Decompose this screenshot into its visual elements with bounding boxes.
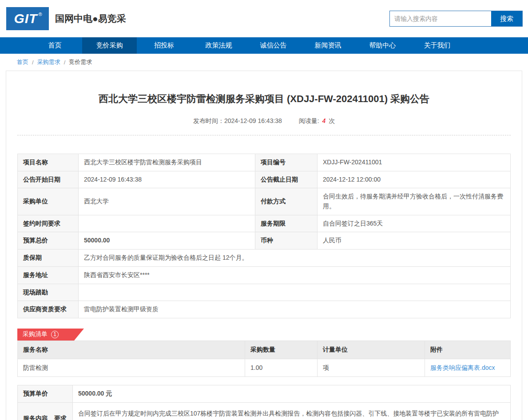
field-value: 合同签订后在甲方规定时间内完成三校区107栋楼宇防雷装置检测并出具检测报告，检测… (73, 402, 511, 420)
breadcrumb-home[interactable]: 首页 (17, 58, 28, 66)
nav-item-news[interactable]: 新闻资讯 (301, 37, 355, 54)
breadcrumb-separator: / (32, 59, 34, 66)
column-header: 计量单位 (318, 341, 425, 359)
nav-item-policy[interactable]: 政策法规 (191, 37, 246, 54)
column-header: 附件 (425, 341, 511, 359)
search-button[interactable]: 搜索 (491, 11, 522, 26)
field-label: 项目编号 (255, 154, 318, 171)
views-label: 阅读量: (299, 117, 319, 124)
attachment-link[interactable]: 服务类响应偏离表.docx (430, 364, 495, 371)
site-name: 国网中电●易竞采 (55, 12, 389, 25)
breadcrumb: 首页 / 采购需求 / 竞价需求 (0, 54, 528, 71)
attachment-cell: 服务类响应偏离表.docx (425, 359, 511, 377)
field-value (79, 284, 511, 301)
purchase-list-tag: 采购清单 1 (17, 329, 84, 341)
field-label: 供应商资质要求 (18, 301, 79, 318)
purchase-list-table: 服务名称 采购数量 计量单位 附件 防雷检测 1.00 项 服务类响应偏离表.d… (17, 341, 511, 377)
nav-item-tender[interactable]: 招投标 (137, 37, 191, 54)
table-row: 项目名称 西北大学三校区楼宇防雷检测服务采购项目 项目编号 XDJJ-FW-20… (18, 154, 511, 171)
table-row: 签约时间要求 服务期限 自合同签订之日365天 (18, 215, 511, 232)
field-label: 付款方式 (255, 188, 318, 215)
announcement-card: 西北大学三校区楼宇防雷检测服务采购项目 (XDJJ-FW-202411001) … (6, 71, 522, 420)
project-info-table: 项目名称 西北大学三校区楼宇防雷检测服务采购项目 项目编号 XDJJ-FW-20… (17, 154, 511, 318)
field-value: XDJJ-FW-202411001 (318, 154, 511, 171)
field-label: 服务期限 (255, 215, 318, 232)
table-row: 预算单价 50000.00 元 (18, 385, 511, 403)
field-label: 项目名称 (18, 154, 79, 171)
search-bar: 搜索 (389, 11, 523, 27)
field-label: 签约时间要求 (18, 215, 79, 232)
field-label: 币种 (255, 232, 318, 250)
field-value: 陕西省西安市长安区**** (79, 266, 511, 284)
site-header: GIT ® 国网中电●易竞采 搜索 (0, 0, 528, 37)
detail-table: 预算单价 50000.00 元 服务内容、要求及标准 合同签订后在甲方规定时间内… (17, 385, 511, 420)
field-label: 公告开始日期 (18, 171, 79, 188)
field-label: 公告截止日期 (255, 171, 318, 188)
field-value: 合同生效后，待服务期满并经甲方验收合格后，一次性付清服务费用。 (318, 188, 511, 215)
field-value: 雷电防护装置检测甲级资质 (79, 301, 511, 318)
service-name-cell: 防雷检测 (18, 359, 245, 377)
logo-text: GIT (14, 11, 37, 26)
field-value: 2024-12-09 16:43:38 (79, 171, 255, 188)
field-value: 乙方对合同服务的质量保证期为验收合格后之日起 12个月。 (79, 250, 511, 267)
field-label: 预算单价 (18, 385, 73, 403)
table-row: 采购单位 西北大学 付款方式 合同生效后，待服务期满并经甲方验收合格后，一次性付… (18, 188, 511, 215)
nav-item-help[interactable]: 帮助中心 (355, 37, 410, 54)
table-row: 现场踏勘 (18, 284, 511, 301)
publish-time-value: 2024-12-09 16:43:38 (224, 117, 282, 124)
table-row: 质保期 乙方对合同服务的质量保证期为验收合格后之日起 12个月。 (18, 250, 511, 267)
views-count: 4 (321, 117, 327, 124)
column-header: 服务名称 (18, 341, 245, 359)
field-value: 西北大学 (79, 188, 255, 215)
unit-cell: 项 (318, 359, 425, 377)
breadcrumb-current: 竞价需求 (69, 58, 92, 66)
field-value: 自合同签订之日365天 (318, 215, 511, 232)
table-header-row: 服务名称 采购数量 计量单位 附件 (18, 341, 511, 359)
field-value: 西北大学三校区楼宇防雷检测服务采购项目 (79, 154, 255, 171)
column-header: 采购数量 (245, 341, 318, 359)
nav-item-integrity[interactable]: 诚信公告 (246, 37, 301, 54)
table-row: 防雷检测 1.00 项 服务类响应偏离表.docx (18, 359, 511, 377)
site-logo[interactable]: GIT ® (6, 7, 49, 30)
nav-item-home[interactable]: 首页 (28, 37, 82, 54)
page-title: 西北大学三校区楼宇防雷检测服务采购项目 (XDJJ-FW-202411001) … (17, 71, 511, 106)
field-label: 服务地址 (18, 266, 79, 284)
table-row: 公告开始日期 2024-12-09 16:43:38 公告截止日期 2024-1… (18, 171, 511, 188)
registered-mark-icon: ® (38, 12, 42, 17)
table-row: 服务内容、要求及标准 合同签订后在甲方规定时间内完成三校区107栋楼宇防雷装置检… (18, 402, 511, 420)
field-label: 预算总价 (18, 232, 79, 250)
breadcrumb-separator: / (64, 59, 66, 66)
purchase-list-count-badge: 1 (51, 331, 59, 338)
field-value (79, 215, 255, 232)
views-unit: 次 (329, 117, 335, 124)
table-row: 服务地址 陕西省西安市长安区**** (18, 266, 511, 284)
search-input[interactable] (390, 11, 491, 26)
field-label: 现场踏勘 (18, 284, 79, 301)
main-nav: 首页 竞价采购 招投标 政策法规 诚信公告 新闻资讯 帮助中心 关于我们 (0, 37, 528, 54)
table-row: 供应商资质要求 雷电防护装置检测甲级资质 (18, 301, 511, 318)
dashed-divider (17, 135, 511, 135)
nav-item-bidding-purchase[interactable]: 竞价采购 (82, 37, 137, 54)
quantity-cell: 1.00 (245, 359, 318, 377)
field-label: 采购单位 (18, 188, 79, 215)
field-label: 服务内容、要求及标准 (18, 402, 73, 420)
publish-time-label: 发布时间： (193, 117, 224, 124)
unit-price-value: 50000.00 元 (73, 385, 511, 403)
field-label: 质保期 (18, 250, 79, 267)
field-value: 人民币 (318, 232, 511, 250)
field-value: 2024-12-12 12:00:00 (318, 171, 511, 188)
nav-item-about[interactable]: 关于我们 (410, 37, 464, 54)
table-row: 预算总价 50000.00 币种 人民币 (18, 232, 511, 250)
purchase-list-tag-label: 采购清单 (23, 330, 48, 338)
budget-total-value: 50000.00 (79, 232, 255, 250)
breadcrumb-purchase-demand[interactable]: 采购需求 (37, 58, 60, 66)
article-meta: 发布时间：2024-12-09 16:43:38 阅读量: 4 次 (17, 106, 511, 135)
